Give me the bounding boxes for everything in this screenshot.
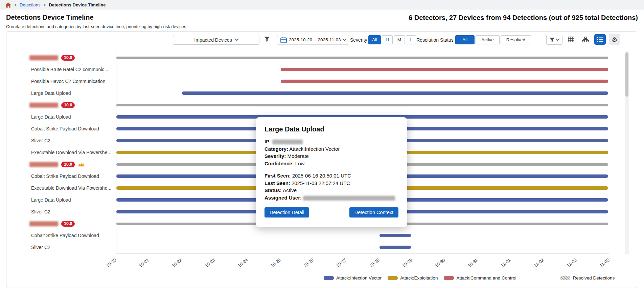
tooltip-field-value: Low bbox=[295, 161, 305, 166]
filter-dropdown-button[interactable] bbox=[546, 35, 562, 45]
chevron-down-icon bbox=[556, 37, 559, 41]
list-icon bbox=[597, 37, 603, 42]
date-range-start: 2025-10-20 bbox=[289, 37, 312, 42]
severity-filter-group: All H M L bbox=[368, 35, 416, 44]
tooltip-ip-row: IP: bbox=[264, 138, 398, 145]
x-axis-tick-label: 10-25 bbox=[259, 257, 282, 277]
detection-label: Sliver C2 bbox=[31, 242, 50, 253]
tooltip-field-label: Last Seen: bbox=[264, 180, 290, 186]
detection-label: Possible Brute Ratel C2 communic... bbox=[31, 64, 108, 76]
redacted-ip-value bbox=[272, 140, 303, 144]
detection-label: Large Data Upload bbox=[31, 194, 71, 206]
tooltip-status-row: Status: Active bbox=[264, 187, 398, 194]
chevron-down-icon bbox=[235, 37, 238, 41]
tooltip-buttons: Detection Detail Detection Context bbox=[264, 207, 398, 218]
tooltip-field-label: Category: bbox=[264, 146, 288, 152]
device-row-label[interactable]: 10.0 bbox=[29, 218, 75, 230]
detection-detail-button[interactable]: Detection Detail bbox=[264, 207, 309, 218]
tooltip-field-value: Moderate bbox=[288, 153, 309, 159]
detection-context-button[interactable]: Detection Context bbox=[349, 207, 398, 218]
calendar-icon bbox=[280, 37, 287, 43]
risk-score-badge: 10.0 bbox=[61, 102, 75, 108]
home-icon[interactable] bbox=[5, 2, 11, 8]
crown-icon bbox=[78, 162, 85, 167]
x-axis-tick-label: 11-02 bbox=[522, 257, 545, 277]
x-axis-tick-label: 11-03 bbox=[555, 257, 578, 277]
tooltip-field-label: IP: bbox=[264, 139, 271, 144]
redacted-device-name bbox=[29, 162, 58, 167]
x-axis-tick-label: 10-31 bbox=[456, 257, 479, 277]
flow-view-button[interactable] bbox=[580, 34, 591, 45]
resolution-resolved-button[interactable]: Resolved bbox=[501, 35, 531, 44]
risk-score-badge: 10.0 bbox=[61, 221, 75, 227]
tooltip-last-seen-row: Last Seen: 2025-11-03 22:57:24 UTC bbox=[264, 180, 398, 187]
hatched-swatch bbox=[560, 276, 570, 280]
tooltip-field-value: Attack:Infection Vector bbox=[289, 146, 340, 152]
chart-legend: Attack:Infection VectorAttack:Exploitati… bbox=[324, 275, 615, 281]
resolution-filter-group: All Active Resolved bbox=[455, 35, 531, 44]
risk-score-badge: 10.0 bbox=[61, 55, 75, 61]
legend-item: Attack:Infection Vector bbox=[324, 275, 382, 281]
redacted-device-name bbox=[29, 221, 58, 226]
x-axis-tick-label: 10-26 bbox=[292, 257, 315, 277]
detection-label: Large Data Upload bbox=[31, 111, 71, 123]
page-subtitle: Correlate detections and categories by l… bbox=[6, 24, 186, 29]
severity-high-button[interactable]: H bbox=[382, 35, 393, 44]
legend-item: Attack:Exploitation bbox=[388, 275, 438, 281]
x-axis-tick-label: 10-23 bbox=[193, 257, 216, 277]
date-range-end: 2025-11-03 bbox=[318, 37, 341, 42]
timeline-panel: Impacted Devices 2025-10-20 - 2025-11-03… bbox=[6, 31, 637, 288]
resolution-active-button[interactable]: Active bbox=[476, 35, 500, 44]
severity-medium-button[interactable]: M bbox=[394, 35, 405, 44]
detection-label: Sliver C2 bbox=[31, 135, 50, 147]
tooltip-field-label: First Seen: bbox=[264, 173, 291, 179]
settings-button[interactable]: ⚙ bbox=[609, 34, 620, 45]
severity-all-button[interactable]: All bbox=[368, 35, 381, 44]
detection-bar[interactable] bbox=[380, 246, 411, 249]
resolution-status-label: Resolution Status bbox=[416, 37, 454, 43]
detection-bar[interactable] bbox=[380, 234, 411, 237]
redacted-device-name bbox=[29, 103, 58, 108]
impacted-devices-label: Impacted Devices bbox=[194, 37, 232, 43]
breadcrumb-detections-link[interactable]: Detections bbox=[20, 2, 40, 7]
gear-icon: ⚙ bbox=[612, 36, 617, 43]
severity-label: Severity bbox=[350, 37, 367, 43]
table-view-button[interactable] bbox=[565, 34, 577, 45]
x-axis-tick-label: 11-01 bbox=[489, 257, 512, 277]
device-row-label[interactable]: 10.0 bbox=[29, 159, 85, 170]
scrollbar-thumb[interactable] bbox=[625, 53, 628, 97]
detection-label: Cobalt Strike Payload Download bbox=[31, 170, 99, 182]
detection-bar[interactable] bbox=[182, 91, 608, 95]
legend-label: Attack:Infection Vector bbox=[336, 275, 382, 281]
x-axis-tick-label: 10-27 bbox=[324, 257, 347, 277]
x-axis-tick-label: 10-24 bbox=[226, 257, 249, 277]
detection-label: Executable Download Via Powershe... bbox=[31, 147, 111, 159]
tooltip-confidence-row: Confidence: Low bbox=[264, 160, 398, 167]
redacted-assigned-user-value bbox=[303, 196, 395, 201]
legend-item: Attack:Command and Control bbox=[444, 275, 516, 281]
detection-label: Cobalt Strike Payload Download bbox=[31, 230, 99, 242]
impacted-devices-dropdown[interactable]: Impacted Devices bbox=[173, 35, 259, 45]
detection-bar[interactable] bbox=[281, 68, 608, 71]
severity-low-button[interactable]: L bbox=[406, 35, 416, 44]
detection-label: Executable Download Via Powershe... bbox=[31, 182, 111, 194]
detection-bar[interactable] bbox=[281, 80, 608, 83]
date-range-separator: - bbox=[314, 37, 316, 42]
tooltip-title: Large Data Upload bbox=[264, 125, 398, 133]
device-row-label[interactable]: 10.0 bbox=[29, 52, 75, 64]
device-row-label[interactable]: 10.0 bbox=[29, 99, 75, 111]
tooltip-field-value: 2025-11-03 22:57:24 UTC bbox=[292, 180, 350, 186]
timeline-view-button[interactable] bbox=[594, 34, 606, 45]
detection-label: Sliver C2 bbox=[31, 206, 50, 218]
tooltip-field-label: Severity: bbox=[264, 153, 286, 159]
x-axis-tick-label: 10-29 bbox=[390, 257, 413, 277]
legend-swatch bbox=[444, 276, 454, 280]
filter-icon[interactable] bbox=[264, 37, 270, 42]
detection-label: Large Data Upload bbox=[31, 87, 71, 99]
resolution-all-button[interactable]: All bbox=[455, 35, 475, 44]
detection-label: Cobalt Strike Payload Download bbox=[31, 123, 99, 135]
tooltip-field-value: 2025-06-16 20:50:01 UTC bbox=[292, 173, 351, 179]
date-range-picker[interactable]: 2025-10-20 - 2025-11-03 bbox=[277, 35, 349, 45]
chart-scrollbar[interactable] bbox=[625, 51, 629, 254]
x-axis-tick-label: 10-30 bbox=[423, 257, 446, 277]
